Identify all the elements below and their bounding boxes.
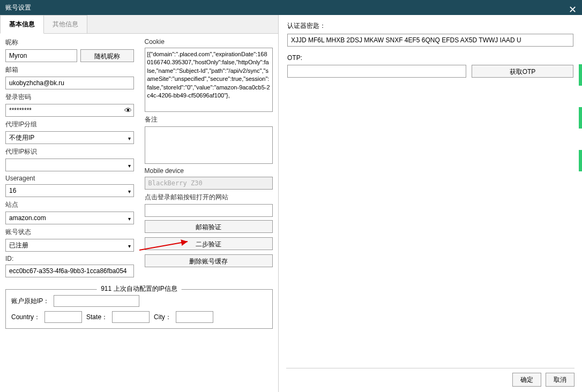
orig-ip-input[interactable] [54, 295, 139, 307]
useragent-select[interactable] [5, 184, 134, 197]
cancel-button[interactable]: 取消 [546, 373, 574, 387]
remark-textarea[interactable] [145, 126, 273, 164]
mobile-device-label: Mobile device [145, 167, 273, 175]
state-input[interactable] [112, 311, 150, 323]
nickname-input[interactable] [5, 49, 77, 62]
city-label: City： [154, 313, 171, 322]
proxy-id-label: 代理IP标识 [5, 147, 134, 156]
email-verify-button[interactable]: 邮箱验证 [145, 220, 273, 233]
edge-indicator [579, 107, 582, 129]
content-area: 基本信息 其他信息 昵称 随机昵称 邮箱 登录密码 [0, 15, 582, 392]
login-site-label: 点击登录邮箱按钮打开的网站 [145, 193, 273, 202]
random-nickname-button[interactable]: 随机昵称 [80, 49, 134, 62]
get-otp-button[interactable]: 获取OTP [472, 65, 573, 78]
password-input[interactable] [5, 104, 134, 117]
ip-info-title: 911 上次自动配置的IP信息 [96, 284, 182, 293]
left-panel: 基本信息 其他信息 昵称 随机昵称 邮箱 登录密码 [0, 15, 279, 392]
eye-icon[interactable]: 👁 [124, 106, 132, 115]
window-title: 账号设置 [5, 4, 31, 11]
titlebar: 账号设置 ✕ [0, 0, 582, 15]
ok-button[interactable]: 确定 [512, 373, 541, 387]
login-site-input[interactable] [145, 204, 273, 217]
auth-key-input[interactable] [287, 34, 573, 47]
proxy-group-select[interactable] [5, 131, 134, 144]
tabs: 基本信息 其他信息 [0, 15, 278, 34]
tab-other-info[interactable]: 其他信息 [43, 15, 87, 33]
cookie-label: Cookie [145, 38, 273, 46]
two-step-verify-button[interactable]: 二步验证 [145, 237, 273, 250]
cookie-textarea[interactable]: [{"domain":".placed.com","expirationDate… [145, 48, 273, 112]
orig-ip-label: 账户原始IP： [11, 297, 49, 306]
delete-cache-button[interactable]: 删除账号缓存 [145, 254, 273, 267]
form-col-right: Cookie [{"domain":".placed.com","expirat… [145, 38, 273, 281]
password-label: 登录密码 [5, 93, 134, 102]
status-label: 账号状态 [5, 228, 134, 237]
id-label: ID: [5, 255, 134, 262]
right-panel: 认证器密匙： OTP: 获取OTP 确定 取消 [279, 15, 582, 392]
country-input[interactable] [44, 311, 82, 323]
email-label: 邮箱 [5, 65, 134, 74]
edge-indicator [579, 150, 582, 171]
site-select[interactable] [5, 212, 134, 224]
site-label: 站点 [5, 200, 134, 209]
auth-key-label: 认证器密匙： [287, 21, 573, 31]
proxy-id-select[interactable] [5, 159, 134, 171]
id-input[interactable] [5, 265, 134, 277]
nickname-label: 昵称 [5, 38, 134, 47]
mobile-device-input [145, 177, 273, 190]
status-select[interactable] [5, 239, 134, 252]
tab-basic-info[interactable]: 基本信息 [0, 15, 44, 34]
remark-label: 备注 [145, 115, 273, 124]
otp-input[interactable] [287, 65, 466, 78]
useragent-label: Useragent [5, 175, 134, 182]
divider [286, 368, 574, 368]
proxy-group-label: 代理IP分组 [5, 120, 134, 129]
edge-indicator [579, 64, 582, 86]
form-area: 昵称 随机昵称 邮箱 登录密码 👁 [0, 34, 278, 285]
form-col-left: 昵称 随机昵称 邮箱 登录密码 👁 [5, 38, 134, 281]
state-label: State： [86, 313, 108, 322]
city-input[interactable] [176, 311, 213, 323]
email-input[interactable] [5, 77, 134, 89]
ip-info-group: 911 上次自动配置的IP信息 账户原始IP： Country： State： … [5, 289, 273, 329]
otp-label: OTP: [287, 54, 573, 62]
country-label: Country： [11, 313, 40, 322]
